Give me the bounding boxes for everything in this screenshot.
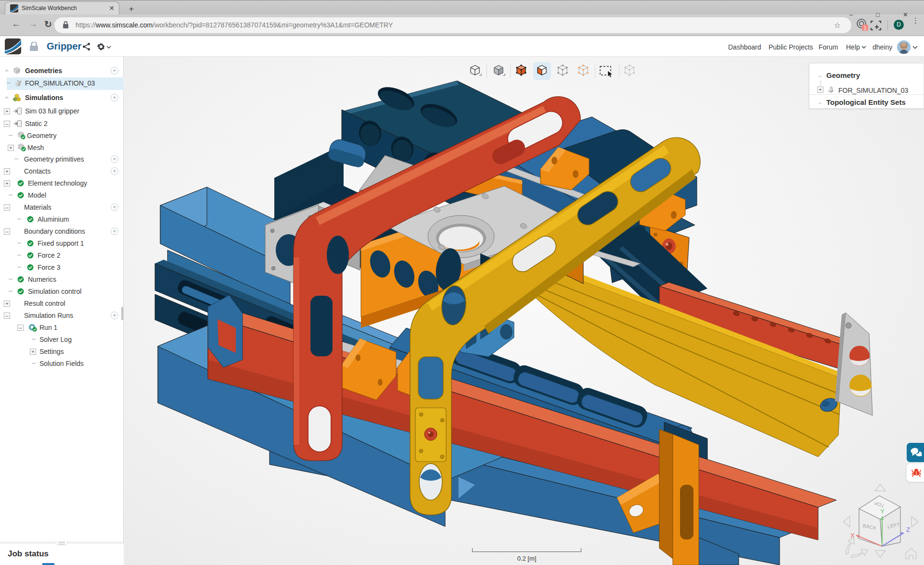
- svg-text:Z: Z: [906, 526, 910, 533]
- svg-text:Y: Y: [880, 508, 885, 515]
- svg-text:1: 1: [864, 25, 867, 31]
